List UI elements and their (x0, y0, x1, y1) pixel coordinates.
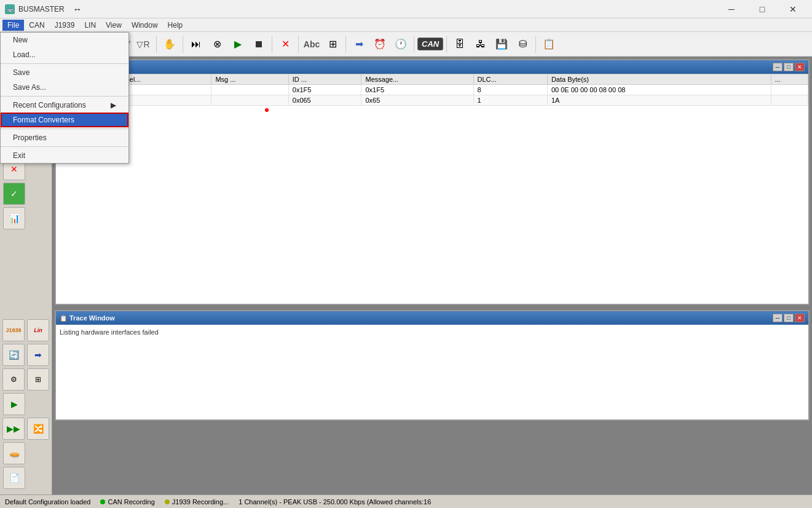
menu-view[interactable]: View (101, 20, 127, 31)
menu-file[interactable]: File (2, 20, 24, 31)
menu-window[interactable]: Window (127, 20, 163, 31)
menu-item-properties[interactable]: Properties (1, 130, 128, 145)
sidebar-j1939-btn[interactable]: J1939 (2, 319, 25, 341)
text-button[interactable]: Abc (302, 34, 321, 54)
cell-data-2: 1A (547, 95, 771, 106)
play-icon: ▶ (234, 38, 242, 50)
sidebar-scatter2-btn[interactable]: 🔀 (27, 418, 49, 440)
menu-item-load[interactable]: Load... (1, 47, 128, 62)
menu-item-new[interactable]: New (1, 33, 128, 47)
hand-button[interactable]: ✋ (160, 34, 179, 54)
nav-icon: ➡ (355, 38, 363, 50)
app-title: BUSMASTER (18, 5, 65, 14)
menu-j1939[interactable]: J1939 (50, 20, 80, 31)
col-msg: Msg ... (211, 74, 288, 85)
menu-item-save[interactable]: Save (1, 65, 128, 80)
toolbar-sep-7 (414, 36, 414, 53)
sidebar-chart-btn[interactable]: 📊 (3, 207, 25, 229)
trace-message: Listing hardware interfaces failed (60, 328, 159, 336)
minimize-button[interactable]: ─ (717, 0, 746, 18)
trace-window-close[interactable]: ✕ (795, 314, 805, 322)
toolbar-sep-5 (298, 36, 299, 53)
sidebar-arrow-btn[interactable]: ➡ (27, 344, 49, 366)
col-dlc: DLC... (473, 74, 547, 85)
menu-help[interactable]: Help (163, 20, 188, 31)
menu-can[interactable]: CAN (24, 20, 49, 31)
menu-item-save-as[interactable]: Save As... (1, 80, 128, 95)
toolbar-sep-8 (446, 36, 447, 53)
col-extra: ... (771, 74, 808, 85)
sidebar-lin-btn[interactable]: Lin (27, 319, 49, 341)
can-badge: CAN (417, 38, 443, 50)
stack-icon: ⛁ (519, 38, 527, 50)
trace-window: 📋 Trace Window ─ □ ✕ Listing hardware in… (55, 310, 810, 421)
play-button[interactable]: ▶ (228, 34, 248, 54)
text-icon: Abc (304, 39, 320, 49)
sidebar-pie-btn[interactable]: 🥧 (3, 442, 25, 464)
sidebar-misc-btn[interactable]: ⚙ (2, 368, 25, 391)
menu-lin[interactable]: LIN (79, 20, 101, 31)
stop-circle-button[interactable]: ⊗ (207, 34, 227, 54)
col-databytes: Data Byte(s) (547, 74, 771, 85)
table-row: 1 s 0x065 0x65 1 1A (57, 95, 808, 106)
error-button[interactable]: ✕ (275, 34, 295, 54)
stack-button[interactable]: ⛁ (513, 34, 532, 54)
trace-window-maximize[interactable]: □ (784, 314, 794, 322)
can-table: /Rx Channel... Msg ... ID ... Message...… (56, 74, 808, 106)
cell-msg-2 (211, 95, 288, 106)
clock-icon: ⏰ (374, 38, 386, 50)
cell-dlc-2: 1 (473, 95, 547, 106)
can-window-close[interactable]: ✕ (795, 63, 805, 71)
can-window-controls: ─ □ ✕ (773, 63, 805, 71)
cell-data-1: 00 0E 00 00 00 08 00 08 (547, 85, 771, 95)
col-id: ID ... (288, 74, 361, 85)
stop-icon: ⏹ (254, 39, 264, 50)
db-icon: 🗄 (455, 39, 465, 50)
can-window: CAN ─ □ ✕ /Rx Channel... Msg ... ID ... (55, 59, 810, 305)
clipboard-button[interactable]: 📋 (539, 34, 559, 54)
status-hardware: 1 Channel(s) - PEAK USB - 250.000 Kbps (… (238, 498, 431, 506)
col-message: Message... (361, 74, 473, 85)
app-icon: 🚌 (5, 4, 15, 14)
sidebar-doc-btn[interactable]: 📄 (3, 467, 25, 489)
nav-button[interactable]: ➡ (349, 34, 369, 54)
sidebar-check-btn[interactable]: ✓ (3, 183, 25, 205)
main-content: CAN ─ □ ✕ /Rx Channel... Msg ... ID ... (52, 57, 812, 494)
status-j1939-recording: J1939 Recording... (165, 498, 229, 506)
clock-button[interactable]: ⏰ (370, 34, 390, 54)
sidebar-replay-btn[interactable]: 🔄 (2, 344, 25, 366)
trace-window-minimize[interactable]: ─ (773, 314, 782, 322)
cell-message-2: 0x65 (361, 95, 473, 106)
grid-button[interactable]: ⊞ (323, 34, 342, 54)
trace-content: Listing hardware interfaces failed (56, 325, 808, 339)
stop-circle-icon: ⊗ (213, 38, 221, 50)
menu-item-format-converters[interactable]: Format Converters (1, 113, 128, 127)
status-can-recording: CAN Recording (100, 498, 154, 506)
cell-extra-1 (771, 85, 808, 95)
toolbar-sep-6 (345, 36, 346, 53)
hand-icon: ✋ (164, 38, 176, 50)
filter3-button[interactable]: ▽R (133, 34, 153, 54)
title-bar: 🚌 BUSMASTER ↔ ─ □ ✕ (0, 0, 812, 18)
network-button[interactable]: 🖧 (471, 34, 491, 54)
toolbar-sep-9 (535, 36, 536, 53)
sidebar-play-btn[interactable]: ▶ (3, 393, 25, 415)
can-window-minimize[interactable]: ─ (773, 63, 782, 71)
menu-item-exit[interactable]: Exit (1, 148, 128, 163)
separator-2 (1, 96, 128, 97)
red-dot-marker (265, 108, 269, 112)
file-dropdown-menu: New Load... Save Save As... Recent Confi… (0, 32, 129, 164)
save-btn2[interactable]: 💾 (492, 34, 511, 54)
can-window-maximize[interactable]: □ (784, 63, 794, 71)
db-button[interactable]: 🗄 (450, 34, 470, 54)
sidebar-fwd-btn[interactable]: ▶▶ (2, 418, 25, 440)
skip-button[interactable]: ⏭ (186, 34, 206, 54)
maximize-button[interactable]: □ (748, 0, 776, 18)
clock2-button[interactable]: 🕐 (391, 34, 411, 54)
stop-button[interactable]: ⏹ (249, 34, 269, 54)
menu-item-recent-configurations[interactable]: Recent Configurations ▶ (1, 98, 128, 113)
error-icon: ✕ (282, 38, 290, 50)
skip-icon: ⏭ (191, 39, 201, 50)
close-button[interactable]: ✕ (779, 0, 807, 18)
sidebar-grid2-btn[interactable]: ⊞ (27, 368, 49, 391)
